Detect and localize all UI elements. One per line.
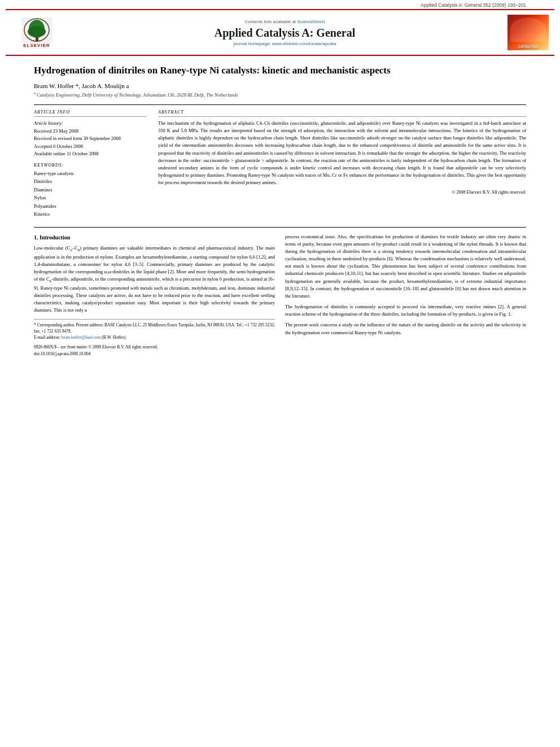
received-date: Received 23 May 2008 [34,128,147,136]
intro-para-1: Low-molecular (C2–C6) primary diamines a… [34,244,275,314]
journal-center: Contents lists available at ScienceDirec… [62,19,508,46]
article-body: Hydrogenation of dinitriles on Raney-typ… [0,56,560,369]
sciencedirect-link[interactable]: ScienceDirect [297,19,325,24]
article-history: Article history: Received 23 May 2008 Re… [34,120,147,158]
intro-para-right-1: process economical issue. Also, the spec… [285,233,526,300]
sciencedirect-line: Contents lists available at ScienceDirec… [68,19,502,24]
keyword-2: Dinitriles [34,177,147,185]
doi-line: doi:10.1016/j.apcata.2008.10.004 [34,351,275,357]
history-label: Article history: [34,120,147,128]
revised-date: Received in revised form 30 September 20… [34,135,147,143]
keywords-section: Keywords: Raney-type catalysts Dinitrile… [34,163,147,219]
keywords-label: Keywords: [34,163,147,168]
accepted-date: Accepted 6 October 2008 [34,143,147,151]
email-address: bram.hoffer@basf.com [62,335,101,340]
keyword-1: Raney-type catalysts [34,169,147,177]
copyright-line: © 2008 Elsevier B.V. All rights reserved… [158,190,526,195]
keyword-5: Polyamides [34,202,147,210]
issn-line: 0926-860X/$ – see front matter © 2008 El… [34,344,275,351]
section1-title: 1. Introduction [34,233,275,242]
keyword-6: Kinetics [34,210,147,218]
elsevier-wordmark: ELSEVIER [23,43,50,48]
abstract-text: The mechanism of the hydrogenation of al… [158,120,526,187]
email-label: E-mail address: [34,335,60,340]
footnote-email: E-mail address: bram.hoffer@basf.com (B.… [34,334,275,340]
homepage-label: journal homepage: [234,41,271,46]
authors-line: Bram W. Hoffer *, Jacob A. Moulijn a [34,82,526,89]
article-info-col: Article info Article history: Received 2… [34,110,147,219]
affiliation-superscript: a [34,91,36,95]
intro-para-right-2: The hydrogenation of dinitriles is commo… [285,303,526,318]
intro-para-right-3: The present work concerns a study on the… [285,321,526,336]
affiliation: a Catalysis Engineering, Delft Universit… [34,91,526,98]
citation-text: Applied Catalysis A: General 352 (2009) … [421,2,526,8]
info-abstract-section: Article info Article history: Received 2… [34,104,526,219]
article-title: Hydrogenation of dinitriles on Raney-typ… [34,64,526,77]
right-column: process economical issue. Also, the spec… [285,233,526,357]
elsevier-logo: ELSEVIER [11,18,62,48]
footnote-area: * Corresponding author. Present address:… [34,319,275,341]
journal-header: ELSEVIER Contents lists available at Sci… [6,9,554,56]
available-date: Available online 11 October 2008 [34,150,147,158]
left-column: 1. Introduction Low-molecular (C2–C6) pr… [34,233,275,357]
keyword-4: Nylon [34,194,147,202]
journal-homepage: journal homepage: www.elsevier.com/locat… [68,41,502,46]
homepage-url: www.elsevier.com/locate/apcata [272,41,336,46]
svg-point-3 [28,26,46,37]
article-info-label: Article info [34,110,147,117]
catalysis-logo: CATALYSIS [508,15,549,50]
catalysis-label: CATALYSIS [518,45,538,50]
footnote-star: * Corresponding author. Present address:… [34,322,275,335]
abstract-col: Abstract The mechanism of the hydrogenat… [158,110,526,219]
section-divider [34,227,526,228]
top-bar: Applied Catalysis A: General 352 (2009) … [0,0,560,9]
affiliation-text: Catalysis Engineering, Delft University … [37,92,238,98]
author-names: Bram W. Hoffer *, Jacob A. Moulijn a [34,82,129,89]
journal-title: Applied Catalysis A: General [68,26,502,40]
email-who: (B.W. Hoffer). [102,335,126,340]
bottom-ids: 0926-860X/$ – see front matter © 2008 El… [34,344,275,357]
abstract-label: Abstract [158,110,526,117]
keyword-3: Diamines [34,186,147,194]
main-content: 1. Introduction Low-molecular (C2–C6) pr… [34,233,526,357]
elsevier-tree-icon [21,18,53,43]
